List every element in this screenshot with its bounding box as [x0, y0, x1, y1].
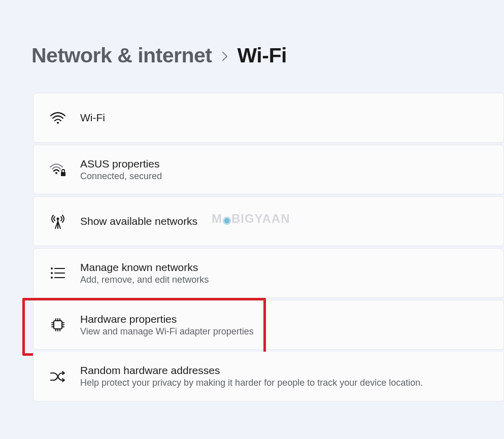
settings-card-list: Wi-Fi ASUS properties Connected, secured — [31, 93, 504, 401]
svg-point-8 — [51, 277, 53, 279]
breadcrumb-parent[interactable]: Network & internet — [31, 44, 212, 67]
manage-known-networks-card[interactable]: Manage known networks Add, remove, and e… — [33, 248, 504, 298]
card-title: ASUS properties — [80, 158, 162, 170]
breadcrumb-current: Wi-Fi — [238, 44, 287, 67]
card-title: Manage known networks — [80, 261, 209, 274]
shuffle-icon — [48, 366, 68, 387]
svg-point-6 — [51, 272, 53, 274]
wifi-toggle-card[interactable]: Wi-Fi — [33, 93, 504, 143]
card-subtitle: View and manage Wi-Fi adapter properties — [80, 326, 254, 337]
antenna-icon — [48, 211, 68, 231]
svg-point-1 — [55, 172, 57, 174]
card-title: Show available networks — [80, 215, 197, 227]
svg-rect-10 — [54, 321, 62, 329]
card-subtitle: Connected, secured — [80, 171, 162, 182]
asus-properties-card[interactable]: ASUS properties Connected, secured — [33, 145, 504, 194]
breadcrumb: Network & internet Wi-Fi — [31, 44, 504, 67]
chip-icon — [48, 315, 68, 335]
svg-rect-2 — [61, 172, 65, 176]
card-title: Hardware properties — [80, 313, 254, 325]
card-title: Wi-Fi — [80, 112, 105, 124]
random-hardware-addresses-card[interactable]: Random hardware addresses Help protect y… — [33, 352, 504, 401]
card-subtitle: Add, remove, and edit networks — [80, 275, 209, 285]
chevron-right-icon — [221, 50, 228, 64]
show-available-networks-card[interactable]: Show available networks — [33, 196, 504, 246]
hardware-properties-card[interactable]: Hardware properties View and manage Wi-F… — [33, 300, 504, 350]
card-title: Random hardware addresses — [80, 364, 423, 377]
list-icon — [48, 263, 68, 283]
wifi-secured-icon — [48, 159, 68, 180]
wifi-icon — [48, 108, 68, 128]
card-subtitle: Help protect your privacy by making it h… — [80, 378, 423, 388]
svg-point-4 — [51, 267, 53, 269]
svg-point-0 — [57, 122, 59, 124]
